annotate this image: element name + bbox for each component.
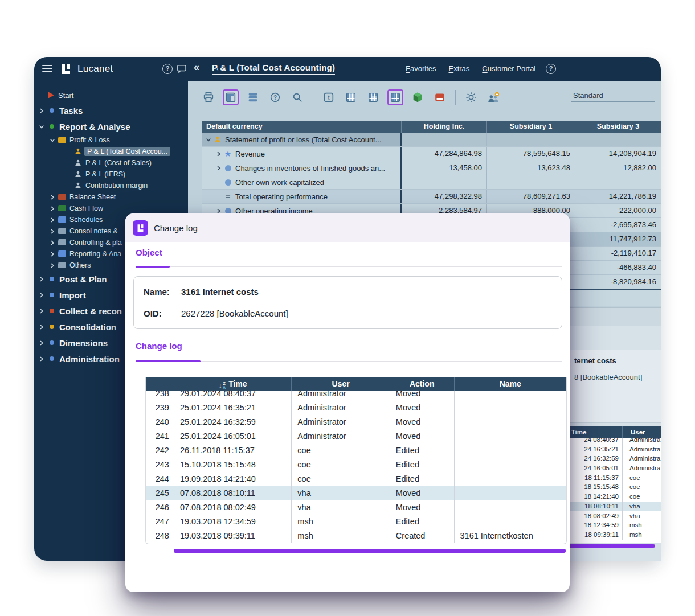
text-cell-icon[interactable]: t [321, 89, 337, 105]
rows-icon[interactable] [245, 89, 261, 105]
mini-column-user[interactable]: User [623, 426, 661, 438]
changelog-scrollbar[interactable] [174, 549, 566, 553]
chevron-down-icon[interactable] [205, 136, 212, 143]
pl-row-statement-of-profit-or-loss-total-cost-a[interactable]: Statement of profit or loss (Total Cost … [202, 133, 661, 147]
column-header-user[interactable]: User [292, 377, 390, 391]
value-cell: -2,695,873.46 [575, 218, 661, 232]
search-icon[interactable] [289, 89, 305, 105]
menu-favorites[interactable]: Favorites [406, 64, 436, 73]
grid-left-icon[interactable] [343, 89, 359, 105]
chevron-right-icon[interactable] [37, 107, 46, 114]
changelog-row-243[interactable]: 24315.10.2018 15:15:48coeEdited [146, 458, 566, 472]
folder-icon [56, 252, 68, 257]
layout-panel-icon[interactable] [223, 89, 239, 105]
changelog-row-242[interactable]: 24226.11.2018 11:15:37coeEdited [146, 443, 566, 458]
print-icon[interactable] [201, 89, 216, 105]
chevron-right-icon[interactable] [48, 205, 56, 212]
chevron-right-icon[interactable] [48, 262, 56, 269]
cube-icon[interactable] [410, 89, 426, 105]
pl-row-changes-in-inventories-of-finished-goods[interactable]: Changes in inventories of finished goods… [202, 161, 661, 175]
red-card-icon[interactable] [432, 89, 448, 105]
help-icon[interactable]: ? [267, 89, 283, 105]
chevron-right-icon[interactable] [37, 339, 46, 346]
grid-all-icon[interactable] [387, 89, 403, 105]
changelog-row-239[interactable]: 23925.01.2024 16:35:21AdministratorMoved [146, 401, 566, 415]
sidebar-item-profit-loss[interactable]: Profit & Loss [34, 134, 188, 146]
chevron-right-icon[interactable] [37, 291, 46, 298]
help-icon[interactable]: ? [162, 64, 173, 74]
chevron-right-icon[interactable] [215, 150, 223, 157]
column-header-index[interactable] [146, 377, 174, 391]
layout-preset-select[interactable]: Standard [571, 90, 655, 102]
sidebar-item-report-analyse[interactable]: Report & Analyse [34, 118, 188, 134]
time-cell: 19.09.2018 14:21:40 [174, 472, 292, 486]
changelog-row-245[interactable]: 24507.08.2018 08:10:11vhaMoved [146, 486, 566, 500]
changelog-row-248[interactable]: 24819.03.2018 09:39:11mshCreated3161 Int… [146, 529, 566, 543]
column-header-time[interactable]: ↓ZATime [174, 377, 292, 391]
settings-icon[interactable] [463, 89, 479, 105]
circle-icon [223, 208, 233, 214]
column-header-subsidiary3[interactable]: Subsidiary 3 [575, 121, 661, 133]
changelog-row-246[interactable]: 24607.08.2018 08:02:49vhaMoved [146, 500, 566, 515]
grid-top-icon[interactable] [365, 89, 381, 105]
chevron-down-icon[interactable] [37, 123, 46, 130]
index-cell: 246 [146, 500, 174, 515]
column-header-holding[interactable]: Holding Inc. [402, 121, 487, 133]
chevron-right-icon[interactable] [48, 228, 56, 235]
chevron-right-icon[interactable] [215, 165, 223, 171]
changelog-row-238[interactable]: 23829.01.2024 08:40:37AdministratorMoved [146, 391, 566, 401]
sidebar-item-label: P & L (IFRS) [85, 170, 125, 178]
dot-icon [46, 124, 58, 129]
changelog-row-241[interactable]: 24125.01.2024 16:05:01AdministratorMoved [146, 429, 566, 443]
sidebar-item-p-l-cost-of-sales[interactable]: P & L (Cost of Sales) [34, 157, 188, 169]
chevron-right-icon[interactable] [37, 323, 46, 330]
sidebar-item-cash-flow[interactable]: Cash Flow [34, 203, 188, 214]
menu-customer-portal[interactable]: Customer Portal [482, 64, 535, 73]
chevron-down-icon[interactable] [48, 137, 56, 143]
chevron-right-icon[interactable] [48, 216, 56, 223]
column-header-name[interactable]: Name [455, 377, 566, 391]
chat-icon[interactable] [177, 64, 187, 75]
action-cell: Edited [390, 458, 455, 472]
column-header-action[interactable]: Action [390, 377, 455, 391]
person-icon [72, 171, 84, 178]
chevron-right-icon[interactable] [37, 355, 46, 362]
chevron-right-icon[interactable] [48, 194, 56, 200]
sidebar-item-contribution-margin[interactable]: Contribution margin [34, 180, 188, 191]
changelog-row-244[interactable]: 24419.09.2018 14:21:40coeEdited [146, 472, 566, 486]
pl-row-total-operating-performance[interactable]: =Total operating performance47,298,322.9… [202, 190, 661, 204]
equals-icon: = [223, 192, 233, 201]
sidebar-item-p-l-total-cost-accou[interactable]: P & L (Total Cost Accou... [34, 146, 188, 157]
menu-extras[interactable]: Extras [448, 64, 469, 73]
value-cell [402, 175, 487, 189]
chevron-right-icon[interactable] [37, 276, 46, 282]
changelog-row-247[interactable]: 24719.03.2018 12:34:59mshEdited [146, 515, 566, 529]
sidebar-item-label: Collect & recon [59, 306, 122, 316]
chevron-right-icon[interactable] [48, 250, 56, 257]
person-icon [212, 136, 223, 143]
help-icon[interactable]: ? [546, 64, 556, 74]
hamburger-menu-icon[interactable] [42, 65, 52, 73]
column-header-default-currency[interactable]: Default currency [202, 121, 402, 133]
value-cell [575, 175, 661, 189]
name-cell [455, 415, 566, 429]
column-header-subsidiary1[interactable]: Subsidiary 1 [487, 121, 575, 133]
changelog-row-240[interactable]: 24025.01.2024 16:32:59AdministratorMoved [146, 415, 566, 429]
sidebar-item-tasks[interactable]: Tasks [34, 102, 188, 118]
collapse-nav-icon[interactable]: « [194, 61, 199, 73]
sidebar-item-balance-sheet[interactable]: Balance Sheet [34, 191, 188, 203]
action-cell: Moved [390, 486, 455, 500]
sidebar-item-p-l-ifrs[interactable]: P & L (IFRS) [34, 169, 188, 180]
pl-row-other-own-work-capitalized[interactable]: Other own work capitalized [202, 175, 661, 190]
name-cell: 3161 Internetkosten [455, 529, 566, 543]
sidebar-item-label: Report & Analyse [59, 122, 130, 132]
users-icon[interactable] [485, 89, 501, 105]
user-cell: Administrator [292, 391, 390, 401]
index-cell: 248 [146, 529, 174, 543]
view-title: P & L (Total Cost Accounting) [212, 63, 335, 75]
chevron-right-icon[interactable] [37, 307, 46, 314]
sidebar-item-start[interactable]: Start [34, 88, 188, 102]
pl-row-revenue[interactable]: ★Revenue47,284,864.9878,595,648.1514,208… [202, 147, 661, 161]
row-label-cell: =Total operating performance [202, 190, 402, 203]
chevron-right-icon[interactable] [48, 239, 56, 246]
